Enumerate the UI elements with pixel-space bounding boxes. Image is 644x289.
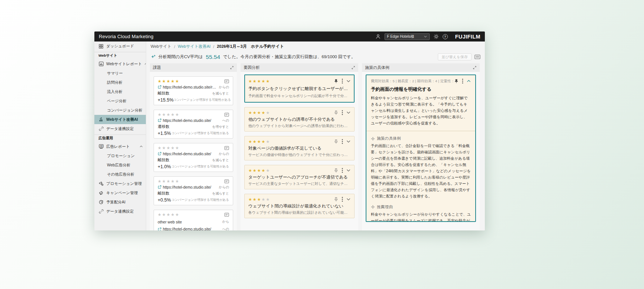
issue-card[interactable]: ★★★★★ other web site から https://hotel-de… — [154, 210, 233, 230]
link-icon — [98, 126, 104, 131]
issue-value: +1.0% — [158, 164, 171, 169]
pin-icon[interactable] — [454, 79, 459, 83]
memo-icon[interactable] — [224, 179, 229, 183]
expand-icon[interactable] — [351, 66, 355, 70]
chevron-down-icon[interactable] — [346, 111, 350, 114]
sidebar-item-page-analysis[interactable]: ページ分析 — [94, 96, 146, 106]
save-sort-button[interactable]: 並び替えを保存 — [438, 53, 472, 60]
app-title: Revoria Cloud Marketing — [99, 34, 154, 39]
kebab-menu-icon[interactable] — [342, 168, 343, 173]
external-link-icon — [158, 85, 161, 89]
issue-url[interactable]: https://hotel-demo.studio.site/reser... — [163, 85, 217, 89]
kebab-menu-icon[interactable] — [342, 139, 343, 144]
rating-stars: ★★★★★ — [158, 113, 180, 117]
memo-icon[interactable] — [224, 79, 229, 83]
sidebar-item-other-ad-analysis[interactable]: その他広告分析 — [94, 170, 146, 179]
sidebar-item-label: Webサイト改善AI — [106, 117, 138, 122]
issue-metric: 遷移数 — [158, 124, 170, 129]
chevron-down-icon[interactable] — [346, 169, 350, 172]
kebab-menu-icon[interactable] — [462, 79, 463, 84]
chevron-up-icon[interactable] — [140, 145, 143, 148]
breadcrumb-improve-ai[interactable]: Webサイト改善AI — [178, 44, 211, 49]
issue-value: +1.5% — [158, 131, 171, 136]
external-link-icon — [158, 227, 161, 231]
fujifilm-logo: FUJIFILM — [455, 34, 480, 40]
sidebar-item-web-report[interactable]: Webサイトレポート — [94, 59, 146, 69]
sidebar-item-visit-analysis[interactable]: 訪問分析 — [94, 78, 146, 87]
issue-url[interactable]: https://hotel-demo.studio.site/ — [163, 152, 211, 156]
main-content: Webサイト / Webサイト改善AI / 2026年1月～3月 ホテル予約サイ… — [146, 41, 485, 230]
kebab-menu-icon[interactable] — [342, 197, 343, 202]
memo-icon[interactable] — [224, 146, 229, 150]
report-chart-icon — [98, 62, 104, 66]
sidebar-item-inflow-analysis[interactable]: 流入分析 — [94, 87, 146, 96]
expand-icon[interactable] — [230, 66, 234, 70]
factor-title: ウェブサイト間の導線設計が最適化されていない — [248, 203, 350, 209]
dashboard-icon — [98, 44, 104, 49]
kebab-menu-icon[interactable] — [342, 79, 343, 84]
chevron-down-icon[interactable] — [346, 80, 350, 83]
pin-icon[interactable] — [334, 168, 338, 173]
settings-gear-icon[interactable] — [433, 34, 439, 39]
expand-icon[interactable] — [473, 66, 477, 70]
sidebar-item-budget-ai[interactable]: 予算配分AI — [94, 197, 146, 207]
sidebar-item-promotion[interactable]: プロモーション — [94, 151, 146, 160]
pin-icon[interactable] — [334, 110, 338, 115]
factor-card-selected[interactable]: ★★★★★ 予約ボタンをクリックせずに離脱するユーザーが多い 予約画面で料金やキ… — [244, 74, 355, 103]
issue-metric: 離脱数 — [158, 157, 170, 163]
sidebar-item-campaign-mgmt[interactable]: キャンペーン管理 — [94, 188, 146, 197]
memo-icon[interactable] — [224, 213, 229, 217]
action-card-selected[interactable]: 費用対効果：5 | 難易度：2 | 期待効果：4 | 定量性：5 予約画面の情報… — [366, 74, 476, 222]
sidebar-item-label: 広告レポート — [106, 144, 130, 149]
column-factors-title: 要因分析 — [244, 65, 260, 70]
account-select[interactable]: F Edge Hotels様 — [385, 33, 430, 40]
pin-icon[interactable] — [334, 79, 338, 83]
sidebar-item-data-link-ad[interactable]: データ連携設定 — [94, 207, 146, 216]
rating-stars: ★★★★★ — [248, 79, 270, 83]
rating-stars: ★★★★★ — [158, 179, 180, 183]
chevron-down-icon[interactable] — [346, 140, 350, 143]
column-issues: 課題 ★★★★★ htt — [150, 63, 237, 230]
external-link-icon — [158, 119, 161, 122]
issue-url[interactable]: https://hotel-demo.studio.site/ — [163, 185, 211, 189]
sidebar-item-dashboard[interactable]: ダッシュボード — [94, 41, 146, 51]
help-icon[interactable]: ? — [443, 34, 448, 39]
issue-card[interactable]: ★★★★★ https://hotel-demo.studio.site/ から… — [154, 143, 233, 172]
pin-icon[interactable] — [334, 139, 338, 144]
factor-card[interactable]: ★★★★★ 対象ページの価値訴求が不足している サービスの価値や特徴が他のウェブ… — [244, 136, 355, 160]
breadcrumb-website[interactable]: Webサイト — [151, 44, 171, 49]
analysis-summary-row: 分析期間の月CV平均は 55.54 でした。今月の要因分析・施策立案の実行回数は… — [146, 52, 485, 62]
sidebar-item-website-improve-ai[interactable]: Webサイト改善AI — [94, 115, 146, 124]
issue-card[interactable]: ★★★★★ https://hotel-demo.studio.site/ への… — [154, 110, 233, 139]
issue-url[interactable]: https://hotel-demo.studio.site/ — [163, 227, 211, 230]
sidebar-item-label: プロモーション管理 — [106, 181, 142, 186]
sidebar-item-web-ad-analysis[interactable]: Web広告分析 — [94, 160, 146, 170]
rating-stars: ★★★★★ — [248, 111, 270, 115]
list-toggle-icon[interactable] — [474, 54, 480, 59]
factor-card[interactable]: ★★★★★ ウェブサイト間の導線設計が最適化されていない 各ウェブサイト間の導線… — [244, 194, 355, 218]
chevron-up-icon[interactable] — [467, 80, 471, 83]
chevron-down-icon[interactable] — [346, 198, 350, 201]
user-icon[interactable] — [375, 34, 381, 39]
sidebar-item-ad-report[interactable]: AD 広告レポート — [94, 142, 146, 151]
sidebar-item-promotion-mgmt[interactable]: プロモーション管理 — [94, 179, 146, 188]
factor-card[interactable]: ★★★★★ ターゲットユーザーへのアプローチが不適切である サービスの主要なター… — [244, 165, 355, 189]
external-link-icon — [158, 152, 161, 156]
kebab-menu-icon[interactable] — [342, 110, 343, 115]
issue-card[interactable]: ★★★★★ https://hotel-demo.studio.site/ から… — [154, 176, 233, 205]
issue-url[interactable]: https://hotel-demo.studio.site/ — [163, 119, 211, 123]
sidebar-item-data-link-web[interactable]: データ連携設定 — [94, 124, 146, 133]
sidebar-item-label: キャンペーン管理 — [106, 190, 138, 196]
action-section-body: 料金やキャンセルポリシーが分かりやすくなることで、ユーザーが必要な情報をスムーズ… — [371, 212, 471, 222]
megaphone-icon — [98, 190, 104, 195]
sidebar-item-conversion-analysis[interactable]: コンバージョン分析 — [94, 106, 146, 115]
issue-value: +0.5% — [158, 197, 171, 203]
issue-card[interactable]: ★★★★★ https://hotel-demo.studio.site/res… — [154, 76, 233, 105]
improve-ai-icon — [98, 117, 104, 122]
memo-icon[interactable] — [224, 113, 229, 117]
summary-tail: でした。今月の要因分析・施策立案の実行回数は、69/1000 回です。 — [223, 54, 355, 60]
rating-stars: ★★★★★ — [158, 146, 180, 150]
pin-icon[interactable] — [334, 197, 338, 202]
sidebar-item-summary[interactable]: サマリー — [94, 69, 146, 78]
factor-card[interactable]: ★★★★★ 他のウェブサイトからの誘導が不十分である 他のウェブサイトから対象ペ… — [244, 107, 355, 132]
